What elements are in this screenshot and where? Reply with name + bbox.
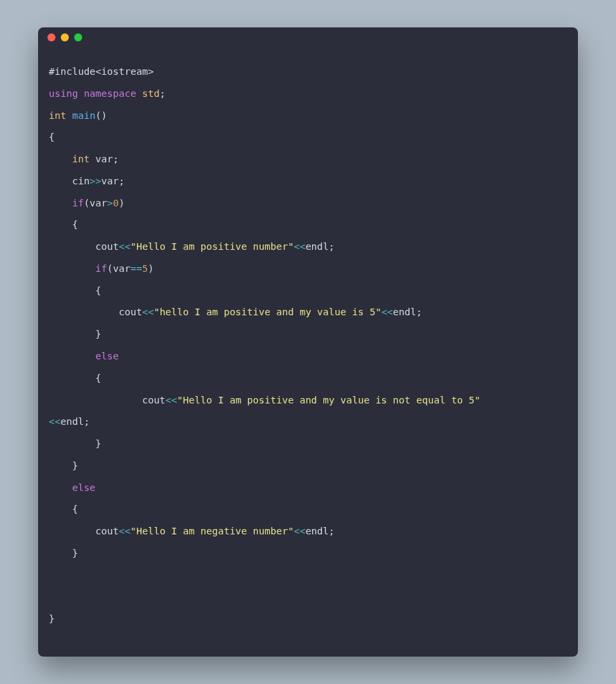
code-token: main [72, 110, 96, 121]
code-line: <<endl; [49, 411, 567, 433]
code-token [49, 351, 96, 361]
code-token: >> [90, 176, 101, 186]
code-token: cin [49, 176, 90, 186]
code-token: } [49, 613, 55, 624]
code-token [49, 198, 72, 208]
code-token: << [294, 526, 305, 536]
code-line: { [49, 367, 567, 389]
code-line: if(var>0) [49, 192, 567, 214]
code-token: << [119, 526, 130, 536]
code-line: else [49, 477, 567, 499]
code-token: << [381, 307, 393, 317]
code-token: > [107, 198, 113, 208]
code-line: int main() [49, 105, 567, 127]
code-line: if(var==5) [49, 258, 567, 280]
code-token: "Hello I am positive and my value is not… [177, 395, 480, 405]
code-line: } [49, 455, 567, 477]
code-line: int var; [49, 148, 567, 170]
code-token: int [72, 154, 90, 164]
code-line: else [49, 345, 567, 367]
code-token: << [142, 307, 154, 317]
code-token: cout [49, 526, 119, 536]
code-token: << [294, 241, 305, 252]
code-token: var; [102, 176, 125, 186]
code-token: if [96, 263, 107, 274]
code-token: namespace [84, 88, 136, 99]
code-line [49, 586, 567, 608]
code-block: #include<iostream>using namespace std;in… [38, 47, 578, 657]
code-token: using [49, 88, 78, 99]
code-token: endl; [60, 416, 90, 427]
code-token: if [72, 198, 84, 208]
code-token: ) [119, 198, 125, 208]
code-token [66, 110, 72, 121]
code-line: cout<<"hello I am positive and my value … [49, 301, 567, 323]
code-line: cout<<"Hello I am positive and my value … [49, 389, 567, 411]
code-token [49, 482, 72, 493]
code-token: { [49, 285, 102, 296]
code-token [49, 154, 72, 164]
code-token: } [49, 548, 78, 558]
code-token: ) [148, 263, 154, 274]
code-token: var; [90, 154, 119, 164]
code-line: } [49, 433, 567, 455]
close-icon[interactable] [47, 33, 55, 41]
code-token: std [142, 88, 160, 99]
code-token: ; [160, 88, 166, 99]
code-token: (var [107, 263, 130, 274]
code-line: { [49, 498, 567, 520]
code-token: int [49, 110, 66, 121]
code-line: cout<<"Hello I am positive number"<<endl… [49, 236, 567, 258]
code-line: cin>>var; [49, 170, 567, 192]
code-token: "Hello I am negative number" [130, 526, 293, 536]
code-token: } [49, 329, 102, 339]
code-token: { [49, 373, 102, 383]
code-line: } [49, 542, 567, 564]
code-window: #include<iostream>using namespace std;in… [38, 27, 578, 657]
code-line: } [49, 608, 567, 630]
code-token: endl; [393, 307, 422, 317]
code-line: using namespace std; [49, 83, 567, 105]
code-token: { [49, 132, 55, 142]
code-line: #include<iostream> [49, 61, 567, 83]
code-token: cout [49, 241, 119, 252]
code-token: } [49, 438, 102, 449]
minimize-icon[interactable] [61, 33, 69, 41]
code-token: { [49, 504, 78, 514]
code-token: << [166, 395, 177, 405]
code-token: cout [49, 395, 166, 405]
code-token: () [96, 110, 107, 121]
code-token: else [72, 482, 96, 493]
code-token: else [96, 351, 119, 361]
window-titlebar [38, 27, 578, 47]
code-token: endl; [305, 526, 335, 536]
code-token [49, 263, 96, 274]
code-token: cout [49, 307, 142, 317]
code-token [136, 88, 142, 99]
code-line [49, 564, 567, 586]
code-token: << [49, 416, 60, 427]
code-line: { [49, 214, 567, 236]
code-token: (var [84, 198, 107, 208]
code-token: { [49, 219, 78, 230]
code-token: "Hello I am positive number" [130, 241, 293, 252]
code-token: #include<iostream> [49, 66, 154, 77]
code-token: == [130, 263, 142, 274]
code-line: cout<<"Hello I am negative number"<<endl… [49, 520, 567, 542]
code-token: endl; [305, 241, 335, 252]
code-token: } [49, 460, 78, 471]
code-line: { [49, 126, 567, 148]
code-line: { [49, 280, 567, 302]
code-token: 0 [113, 198, 119, 208]
code-token: "hello I am positive and my value is 5" [154, 307, 381, 317]
code-token: << [119, 241, 130, 252]
code-line: } [49, 323, 567, 345]
maximize-icon[interactable] [74, 33, 82, 41]
